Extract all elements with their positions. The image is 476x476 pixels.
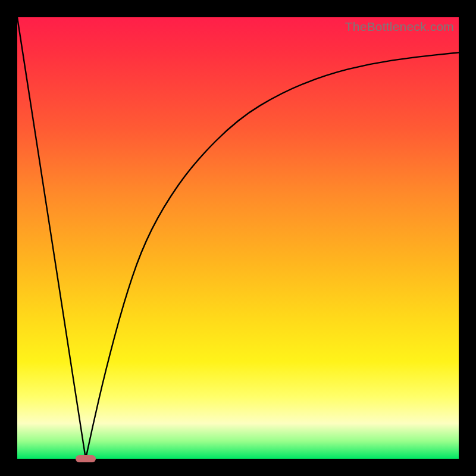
curve-right-branch [86, 52, 459, 459]
chart-frame: TheBottleneck.com [0, 0, 476, 476]
optimal-marker [76, 455, 95, 462]
bottleneck-curve [17, 17, 459, 459]
curve-left-branch [17, 17, 86, 459]
plot-area: TheBottleneck.com [17, 17, 459, 459]
